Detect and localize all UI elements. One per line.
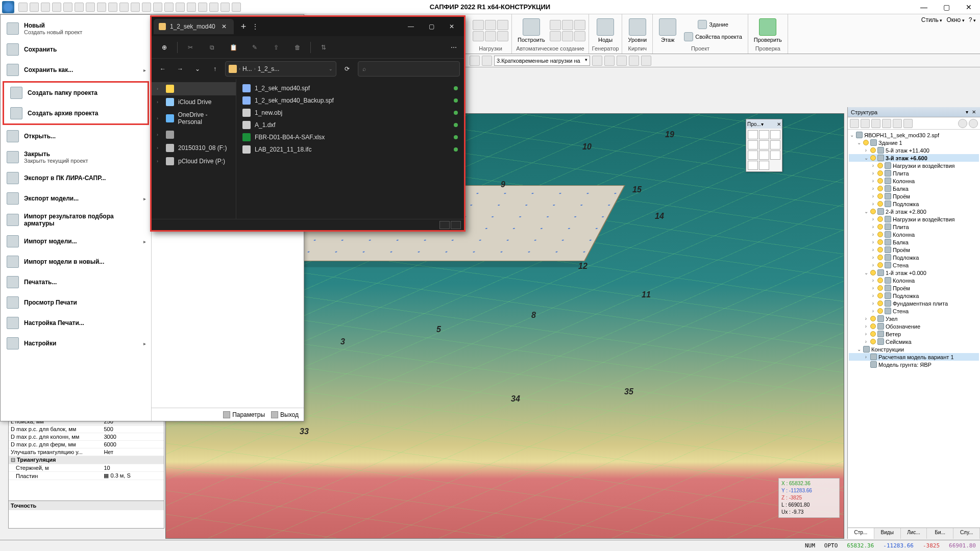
maximize-button[interactable]: ▢ xyxy=(935,0,958,14)
toolbox-pin-icon[interactable]: ▾ xyxy=(761,121,764,127)
search-input[interactable]: ⌕ xyxy=(358,61,460,77)
tab-views[interactable]: Виды xyxy=(874,528,901,539)
delete-icon[interactable]: 🗑 xyxy=(289,40,306,55)
menu-new[interactable]: НовыйСоздать новый проект xyxy=(1,18,151,39)
tree-tb-6[interactable] xyxy=(903,119,913,128)
cut-icon[interactable]: ✂ xyxy=(182,40,199,55)
loads-btn-1[interactable] xyxy=(473,20,484,30)
menu-save[interactable]: Сохранить xyxy=(1,39,151,60)
share-icon[interactable]: ⇪ xyxy=(267,40,285,55)
sub-btn-3[interactable] xyxy=(592,56,602,66)
toolbox-btn[interactable] xyxy=(748,140,758,149)
sub-btn-2[interactable] xyxy=(482,56,492,66)
toolbox-btn[interactable] xyxy=(748,161,758,170)
menu-open[interactable]: Открыть... xyxy=(1,126,151,146)
structure-tree[interactable]: ⌄ЯВОРН1_1_sek_mod30 2.spf ⌄Здание 1 ›5-й… xyxy=(848,130,980,528)
sub-btn-5[interactable] xyxy=(617,56,627,66)
explorer-minimize[interactable]: — xyxy=(401,17,421,36)
toolbox-close-icon[interactable]: ✕ xyxy=(777,121,781,127)
sidebar-onedrive[interactable]: ›OneDrive - Personal xyxy=(152,109,236,128)
menu-print[interactable]: Печатать... xyxy=(1,272,151,292)
menu-page-setup[interactable]: Настройка Печати... xyxy=(1,313,151,333)
toolbox-btn[interactable] xyxy=(748,151,758,160)
prop-row[interactable]: Улучшать триангуляцию у...Нет xyxy=(9,448,164,456)
tree-tb-1[interactable] xyxy=(850,119,859,128)
breadcrumb[interactable]: › Н... › 1_2_s... ⌄ xyxy=(225,61,336,77)
tree-tb-4[interactable] xyxy=(882,119,891,128)
copy-icon[interactable]: ⧉ xyxy=(203,40,220,55)
auto-btn-1[interactable] xyxy=(550,20,561,30)
qat-btn-13[interactable] xyxy=(153,3,162,12)
file-row[interactable]: 1_2_sek_mod40.spf xyxy=(238,82,462,94)
menu-export-lira[interactable]: Экспорт в ПК ЛИРА-САПР... xyxy=(1,168,151,188)
menu-import-new[interactable]: Импорт модели в новый... xyxy=(1,252,151,272)
tab-close-icon[interactable]: ✕ xyxy=(219,23,229,30)
toolbox-btn[interactable] xyxy=(759,161,769,170)
qat-btn-9[interactable] xyxy=(108,3,117,12)
auto-btn-6[interactable] xyxy=(574,31,585,41)
tree-close-icon[interactable]: ✕ xyxy=(971,109,977,115)
sub-btn-6[interactable] xyxy=(629,56,639,66)
loads-btn-5[interactable] xyxy=(485,31,496,41)
toolbox-btn[interactable] xyxy=(759,140,769,149)
exit-button[interactable]: Выход xyxy=(271,411,299,418)
toolbox-btn[interactable] xyxy=(748,130,758,139)
menu-create-folder[interactable]: Создать папку проекта xyxy=(4,83,148,103)
prop-row[interactable]: Пластин▦ 0.3 м, S xyxy=(9,472,164,480)
qat-btn-15[interactable] xyxy=(176,3,185,12)
floating-toolbox[interactable]: Про...▾✕ xyxy=(746,119,782,172)
window-dropdown[interactable]: Окно xyxy=(946,16,964,23)
close-button[interactable]: ✕ xyxy=(958,0,980,14)
sidebar-thispc[interactable]: › xyxy=(152,128,236,141)
qat-btn-17[interactable] xyxy=(198,3,207,12)
explorer-close[interactable]: ✕ xyxy=(442,17,462,36)
menu-preview[interactable]: Просмотр Печати xyxy=(1,292,151,313)
qat-btn-10[interactable] xyxy=(119,3,129,12)
qat-save-icon[interactable] xyxy=(41,3,50,12)
loads-btn-6[interactable] xyxy=(497,31,508,41)
params-button[interactable]: Параметры xyxy=(223,411,265,418)
nodes-button[interactable]: Ноды xyxy=(594,17,617,44)
style-dropdown[interactable]: Стиль xyxy=(921,16,943,23)
tree-tb-5[interactable] xyxy=(893,119,902,128)
building-button[interactable]: Здание xyxy=(681,19,745,30)
levels-button[interactable]: Уровни xyxy=(625,17,649,44)
qat-redo-icon[interactable] xyxy=(63,3,72,12)
toolbox-btn[interactable] xyxy=(759,151,769,160)
new-tab-button[interactable]: + xyxy=(238,21,250,32)
sub-btn-7[interactable] xyxy=(641,56,651,66)
sidebar-icloud[interactable]: ›iCloud Drive xyxy=(152,95,236,109)
qat-btn-16[interactable] xyxy=(187,3,196,12)
qat-btn-12[interactable] xyxy=(142,3,151,12)
menu-saveas[interactable]: Сохранить как... xyxy=(1,60,151,80)
view-details-icon[interactable] xyxy=(439,221,450,229)
qat-btn-19[interactable] xyxy=(220,3,230,12)
up-button[interactable]: ↑ xyxy=(208,62,222,76)
auto-btn-4[interactable] xyxy=(550,31,561,41)
prop-row[interactable]: D max р.с. для балок, мм500 xyxy=(9,425,164,433)
loads-btn-3[interactable] xyxy=(497,20,508,30)
check-button[interactable]: Проверить xyxy=(751,17,785,44)
forward-button[interactable]: → xyxy=(173,62,187,76)
qat-btn-7[interactable] xyxy=(86,3,95,12)
menu-create-archive[interactable]: Создать архив проекта xyxy=(4,103,148,123)
menu-close[interactable]: ЗакрытьЗакрыть текущий проект xyxy=(1,146,151,168)
auto-btn-2[interactable] xyxy=(562,20,573,30)
sub-btn-1[interactable] xyxy=(470,56,480,66)
explorer-tab[interactable]: 1_2_sek_mod40 ✕ xyxy=(154,19,234,34)
sidebar-disk-f[interactable]: ›20150310_08 (F:) xyxy=(152,141,236,155)
file-row[interactable]: FBR-D01-B04-A-SAF.xlsx xyxy=(238,131,462,143)
minimize-button[interactable]: — xyxy=(913,0,935,14)
tree-tb-2[interactable] xyxy=(861,119,870,128)
prop-row[interactable]: D max р.с. для колонн, мм3000 xyxy=(9,433,164,441)
toolbox-btn[interactable] xyxy=(759,130,769,139)
file-row[interactable]: A_1.dxf xyxy=(238,119,462,131)
sort-icon[interactable]: ⇅ xyxy=(315,40,332,55)
tab-lib[interactable]: Би... xyxy=(927,528,953,539)
rename-icon[interactable]: ✎ xyxy=(246,40,263,55)
sub-btn-4[interactable] xyxy=(604,56,615,66)
refresh-button[interactable]: ⟳ xyxy=(339,61,355,77)
crumb-1[interactable]: Н... xyxy=(242,65,252,72)
crumb-2[interactable]: 1_2_s... xyxy=(258,65,280,72)
loads-btn-2[interactable] xyxy=(485,20,496,30)
